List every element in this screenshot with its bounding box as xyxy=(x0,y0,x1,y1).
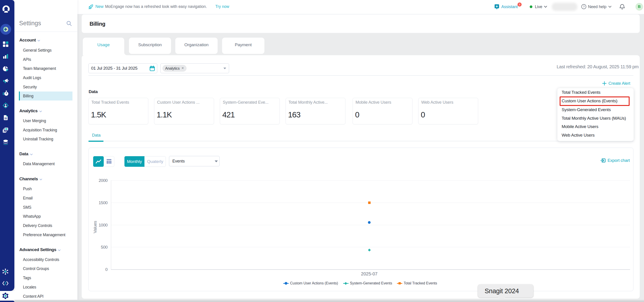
svg-text:?: ? xyxy=(583,5,584,8)
